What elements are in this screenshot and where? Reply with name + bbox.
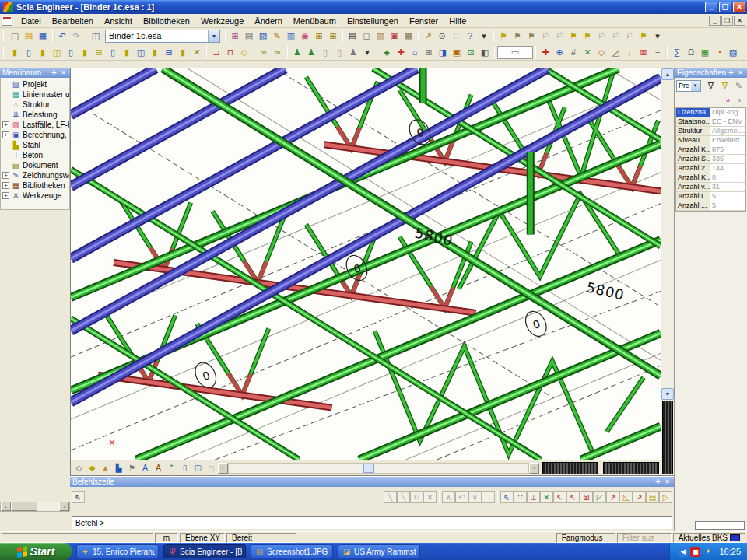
toolbar-icon[interactable]: ▭ — [497, 46, 533, 59]
toolbar-icon[interactable]: ↖ — [566, 491, 580, 503]
toolbar-icon[interactable]: ≡ — [651, 46, 665, 59]
text-icon[interactable]: A — [152, 462, 165, 474]
toolbar-icon[interactable]: ⊟ — [162, 46, 176, 59]
toolbar-icon[interactable]: ✕ — [190, 46, 204, 59]
tree-item-lastfllelfko[interactable]: +▥Lastfälle, LF-Ko — [1, 120, 69, 130]
menu-menbaum[interactable]: Menübaum — [288, 15, 342, 27]
zoom-bar-vertical[interactable] — [662, 401, 673, 474]
zoom-icon[interactable]: ⊙ — [435, 30, 449, 43]
tree-item-stahl[interactable]: ▙Stahl — [1, 140, 69, 150]
status-snap-mode[interactable]: Fangmodus — [556, 533, 615, 543]
toolbar-icon[interactable]: ⊡ — [464, 46, 478, 59]
property-row[interactable]: NiveauErweitert — [676, 136, 745, 145]
property-selector[interactable]: Prc ▾ — [676, 80, 701, 92]
combobox-arrow-icon[interactable]: ▾ — [691, 81, 700, 91]
toolbar-icon[interactable]: ╲ — [384, 491, 397, 503]
toolbar-icon[interactable]: ✕ — [423, 491, 437, 503]
property-row[interactable]: StrukturAllgemei... — [676, 127, 745, 136]
toolbar-icon[interactable]: ▯ — [332, 46, 346, 59]
toolbar-icon[interactable]: ╲ — [397, 491, 410, 503]
toolbar-icon[interactable]: ◫ — [50, 46, 64, 59]
toolbar-icon[interactable]: ✕ — [540, 491, 553, 503]
menu-werkzeuge[interactable]: Werkzeuge — [195, 15, 249, 27]
scroll-right-icon[interactable]: › — [59, 502, 69, 511]
dropdown-arrow-icon[interactable]: ▾ — [477, 30, 491, 43]
toolbar-icon[interactable]: ⊞ — [312, 30, 326, 43]
ruler-icon[interactable]: ▯ — [178, 462, 191, 474]
wireframe-icon[interactable]: ◇ — [72, 462, 86, 474]
cursor-icon[interactable]: ⇖ — [72, 491, 85, 503]
filter-lightning-icon[interactable]: ∇ — [718, 79, 732, 93]
toolbar-icon[interactable]: ♟ — [304, 46, 318, 59]
property-row[interactable]: Staatsno...EC - ENV — [676, 117, 745, 127]
property-row[interactable]: Anzahl S...335 — [676, 155, 745, 164]
toolbar-icon[interactable]: ∞ — [257, 46, 271, 59]
taskbar-task[interactable]: ▨Screenshot1.JPG -... — [251, 544, 333, 558]
menu-datei[interactable]: Datei — [16, 15, 47, 27]
menu-bibliotheken[interactable]: Bibliotheken — [138, 15, 195, 27]
toolbar-grip[interactable] — [3, 47, 5, 58]
toolbar-icon[interactable]: ▥ — [284, 30, 298, 43]
mdi-restore-button[interactable]: ❏ — [721, 16, 733, 26]
toolbar-icon[interactable]: ⊐ — [209, 46, 223, 59]
tree-item-beton[interactable]: TBeton — [1, 150, 69, 160]
toolbar-icon[interactable]: ⚐ — [608, 30, 622, 43]
brush-icon[interactable]: ◗ — [734, 94, 745, 105]
toolbar-icon[interactable]: ↶ — [455, 491, 468, 503]
toolbar-icon[interactable]: ⚐ — [622, 30, 637, 43]
tree-expander-icon[interactable]: + — [2, 131, 9, 138]
menubaum-hscrollbar[interactable]: ‹ › — [0, 502, 70, 512]
toolbar-icon[interactable]: ∷ — [449, 30, 463, 43]
filter-icon[interactable]: ∇ — [704, 79, 718, 93]
toolbar-icon[interactable]: ◿ — [608, 46, 622, 59]
toolbar-icon[interactable]: ⚑ — [524, 30, 538, 43]
pin-icon[interactable]: ✚ — [727, 68, 735, 77]
toolbar-icon[interactable]: Ω — [684, 46, 698, 59]
coordinate-box[interactable] — [695, 521, 745, 530]
toolbar-icon[interactable]: ⚑ — [580, 30, 594, 43]
toolbar-icon[interactable]: ♣ — [380, 46, 394, 59]
toolbar-icon[interactable]: ▤ — [242, 30, 256, 43]
horizontal-scrollbar[interactable] — [228, 463, 529, 474]
toolbar-icon[interactable]: ▮ — [120, 46, 134, 59]
toolbar-icon[interactable]: ⚑ — [510, 30, 524, 43]
scroll-left-icon[interactable]: ‹ — [218, 463, 228, 474]
toolbar-icon[interactable]: ⊟ — [92, 46, 106, 59]
toolbar-icon[interactable]: # — [566, 46, 580, 59]
pie-chart-icon[interactable]: ◕ — [722, 94, 734, 105]
help-icon[interactable]: ? — [463, 30, 477, 43]
toolbar-icon[interactable]: ⊥ — [527, 491, 540, 503]
toolbar-icon[interactable]: ⚐ — [538, 30, 552, 43]
toolbar-icon[interactable]: ↗ — [421, 30, 435, 43]
minimize-button[interactable]: _ — [705, 2, 717, 12]
model-canvas[interactable]: 0 0 0 0 5800 5800 × — [71, 68, 661, 460]
scroll-right-icon[interactable]: › — [529, 463, 539, 474]
scroll-thumb[interactable] — [11, 502, 37, 511]
toolbar-icon[interactable]: ▣ — [388, 30, 402, 43]
tree-item-struktur[interactable]: ⌂Struktur — [1, 100, 69, 110]
render-icon[interactable]: ▲ — [99, 462, 112, 474]
restore-button[interactable]: ❏ — [719, 2, 731, 12]
menu-bearbeiten[interactable]: Bearbeiten — [47, 15, 99, 27]
toolbar-icon[interactable]: ✕ — [580, 46, 594, 59]
grid-snap-icon[interactable]: ∷ — [514, 491, 527, 503]
toolbar-icon[interactable]: ▯ — [106, 46, 120, 59]
select-icon[interactable]: ⇖ — [500, 491, 514, 503]
menu-einstellungen[interactable]: Einstellungen — [342, 15, 404, 27]
toolbar-icon[interactable]: ▯ — [318, 46, 332, 59]
toolbar-icon[interactable]: ⚑ — [566, 30, 580, 43]
toolbar-icon[interactable]: ♟ — [290, 46, 304, 59]
property-row[interactable]: Anzahl v...31 — [676, 183, 745, 192]
toolbar-icon[interactable]: ⚐ — [552, 30, 566, 43]
toolbar-icon[interactable]: ▮ — [8, 46, 22, 59]
toolbar-icon[interactable]: ⊠ — [637, 46, 651, 59]
toolbar-icon[interactable]: ◉ — [298, 30, 312, 43]
redo-icon[interactable]: ↷ — [69, 30, 83, 43]
tree-item-dokument[interactable]: ▤Dokument — [1, 160, 69, 170]
toolbar-icon[interactable]: ↖ — [553, 491, 566, 503]
toolbar-icon[interactable]: ▯ — [22, 46, 36, 59]
toolbar-icon[interactable]: ▦ — [698, 46, 712, 59]
edit-icon[interactable]: ✎ — [732, 79, 746, 93]
status-ucs[interactable]: Aktuelles BKS — [673, 533, 745, 543]
toolbar-icon[interactable]: ▮ — [36, 46, 50, 59]
